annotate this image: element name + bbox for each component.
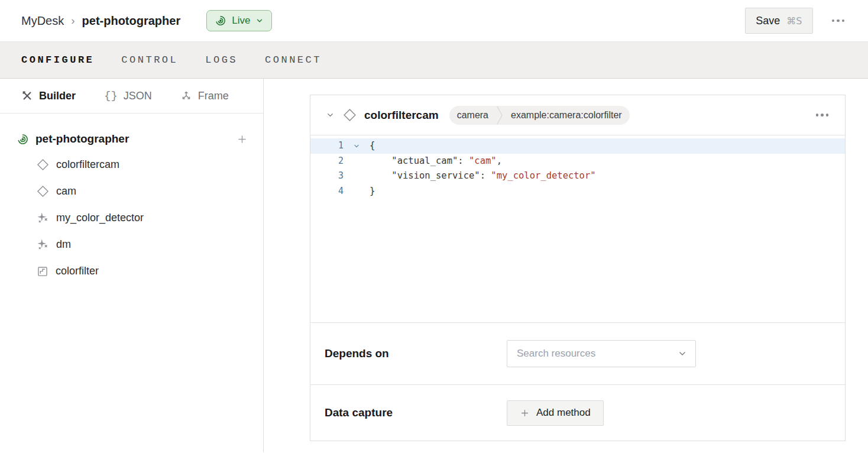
tab-bar: CONFIGURECONTROLLOGSCONNECT xyxy=(0,41,868,79)
data-capture-section: Data capture Add method xyxy=(310,384,845,441)
badge-model: example:camera:colorfilter xyxy=(503,110,630,121)
tree-item-colorfiltercam[interactable]: colorfiltercam xyxy=(0,151,263,178)
breadcrumb: MyDesk › pet-photographer xyxy=(21,14,180,28)
collapse-chevron-icon[interactable] xyxy=(325,109,336,121)
tree-item-dm[interactable]: dm xyxy=(0,231,263,258)
component-diamond-icon xyxy=(37,185,49,198)
top-header: MyDesk › pet-photographer Live Save ⌘S xyxy=(0,0,868,41)
fold-spacer xyxy=(344,169,370,184)
service-sparkles-icon xyxy=(37,212,49,224)
braces-icon: {} xyxy=(104,89,118,102)
view-toggle-builder[interactable]: Builder xyxy=(21,90,76,102)
component-diamond-icon xyxy=(37,158,49,171)
badge-separator-icon xyxy=(496,106,503,125)
code-text: } xyxy=(370,184,375,199)
chevron-down-icon xyxy=(255,17,264,25)
add-method-button[interactable]: Add method xyxy=(507,400,604,426)
data-capture-label: Data capture xyxy=(325,406,507,419)
main-content: colorfiltercam camera example:camera:col… xyxy=(264,79,868,452)
line-number: 3 xyxy=(310,169,344,184)
tree-item-label: colorfiltercam xyxy=(56,158,119,171)
tab-configure[interactable]: CONFIGURE xyxy=(21,52,94,68)
badge-type: camera xyxy=(449,110,496,121)
add-method-label: Add method xyxy=(536,407,591,419)
code-text: "actual_cam": "cam", xyxy=(370,154,502,169)
view-toggle-json[interactable]: {}JSON xyxy=(104,89,152,102)
service-sparkles-icon xyxy=(37,238,49,251)
code-text: "vision_service": "my_color_detector" xyxy=(370,169,596,184)
frame-icon xyxy=(180,90,192,102)
tools-icon xyxy=(21,90,33,102)
breadcrumb-separator-icon: › xyxy=(71,14,75,27)
depends-on-placeholder: Search resources xyxy=(517,348,678,360)
code-line[interactable]: 2 "actual_cam": "cam", xyxy=(310,154,845,169)
fold-spacer xyxy=(344,154,370,169)
resource-type-badge: camera example:camera:colorfilter xyxy=(449,106,630,125)
tree-item-colorfilter[interactable]: colorfilter xyxy=(0,258,263,284)
header-actions: Save ⌘S xyxy=(745,8,847,34)
view-toggle: Builder{}JSONFrame xyxy=(0,79,263,114)
fold-chevron-icon[interactable] xyxy=(344,138,370,154)
tree-item-label: my_color_detector xyxy=(56,212,144,224)
view-toggle-frame[interactable]: Frame xyxy=(180,90,229,102)
add-resource-button[interactable] xyxy=(237,134,248,145)
resource-title: colorfiltercam xyxy=(364,109,439,122)
card-header: colorfiltercam camera example:camera:col… xyxy=(310,95,845,135)
machine-live-icon xyxy=(17,133,29,145)
tab-connect[interactable]: CONNECT xyxy=(265,52,322,68)
tree-item-my_color_detector[interactable]: my_color_detector xyxy=(0,205,263,231)
chevron-down-icon xyxy=(678,349,687,358)
breadcrumb-machine[interactable]: pet-photographer xyxy=(82,14,181,28)
save-shortcut: ⌘S xyxy=(786,15,802,27)
fold-spacer xyxy=(344,184,370,199)
sidebar: Builder{}JSONFrame pet-photographer xyxy=(0,79,264,452)
header-menu-button[interactable] xyxy=(830,16,847,26)
view-label: Builder xyxy=(39,90,76,102)
tab-logs[interactable]: LOGS xyxy=(205,52,238,68)
tree-item-label: dm xyxy=(56,238,71,251)
save-label: Save xyxy=(756,15,780,27)
component-diamond-icon xyxy=(343,108,357,122)
view-label: JSON xyxy=(124,90,152,102)
save-button[interactable]: Save ⌘S xyxy=(745,8,812,34)
line-number: 1 xyxy=(310,138,344,154)
code-text: { xyxy=(370,138,375,154)
breadcrumb-org[interactable]: MyDesk xyxy=(21,14,64,28)
resource-card: colorfiltercam camera example:camera:col… xyxy=(310,95,846,441)
tree-item-cam[interactable]: cam xyxy=(0,178,263,205)
machine-name: pet-photographer xyxy=(35,132,129,145)
tree-item-label: colorfilter xyxy=(56,265,99,277)
depends-on-label: Depends on xyxy=(325,347,507,360)
code-line[interactable]: 3 "vision_service": "my_color_detector" xyxy=(310,169,845,184)
tree-item-label: cam xyxy=(56,185,76,198)
app-root: MyDesk › pet-photographer Live Save ⌘S xyxy=(0,0,868,452)
code-line[interactable]: 1{ xyxy=(310,138,845,154)
code-line[interactable]: 4} xyxy=(310,184,845,199)
json-code-editor[interactable]: 1{2 "actual_cam": "cam",3 "vision_servic… xyxy=(310,135,845,322)
live-broadcast-icon xyxy=(215,15,226,27)
live-label: Live xyxy=(232,15,250,27)
live-status-button[interactable]: Live xyxy=(206,10,272,31)
card-menu-button[interactable] xyxy=(814,110,831,120)
tab-control[interactable]: CONTROL xyxy=(121,52,178,68)
module-icon xyxy=(37,266,48,277)
depends-on-section: Depends on Search resources xyxy=(310,322,845,384)
tree-root-machine[interactable]: pet-photographer xyxy=(0,127,263,151)
resource-tree: pet-photographer colorfiltercamcammy_col… xyxy=(0,114,263,284)
view-label: Frame xyxy=(198,90,229,102)
plus-icon xyxy=(520,408,530,418)
line-number: 2 xyxy=(310,154,344,169)
depends-on-select[interactable]: Search resources xyxy=(507,340,696,367)
line-number: 4 xyxy=(310,184,344,199)
